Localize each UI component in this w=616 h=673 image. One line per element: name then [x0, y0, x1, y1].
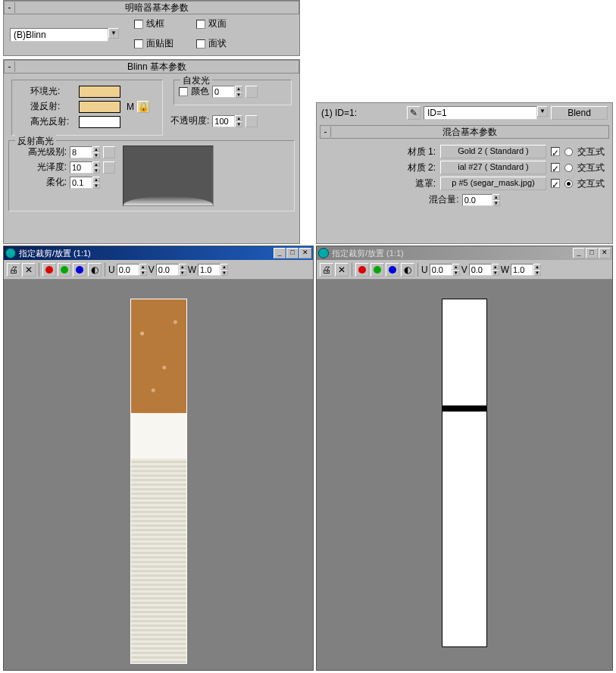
chevron-down-icon[interactable]: ▼	[537, 106, 548, 117]
diffuse-swatch[interactable]	[79, 101, 120, 113]
gloss-spinner[interactable]: ▲▼	[70, 161, 100, 174]
crop-b-canvas[interactable]	[317, 280, 612, 670]
blinn-rollout-header[interactable]: - Blinn 基本参数	[4, 60, 299, 74]
mat2-button[interactable]: ial #27 ( Standard )	[440, 161, 546, 174]
opacity-map-button[interactable]	[245, 115, 258, 127]
cigarette-texture	[130, 299, 187, 664]
collapse-icon[interactable]: -	[321, 127, 331, 137]
maximize-icon[interactable]: □	[586, 248, 598, 258]
crop-a-u-input[interactable]	[117, 264, 139, 276]
crop-b-titlebar[interactable]: 指定裁剪/放置 (1:1) _ □ ✕	[317, 246, 612, 260]
blinn-rollout-title: Blinn 基本参数	[15, 61, 299, 74]
crop-a-v-label: V	[149, 265, 155, 275]
crop-b-v-label: V	[461, 265, 467, 275]
delete-icon[interactable]: ✕	[335, 263, 349, 277]
contrast-icon[interactable]: ◐	[401, 263, 414, 277]
close-icon[interactable]: ✕	[299, 248, 311, 258]
lock-icon[interactable]: 🔒	[137, 101, 149, 113]
crop-b-u-label: U	[421, 265, 428, 275]
selfillum-spinner[interactable]: ▲▼	[212, 86, 242, 98]
crop-a-w-input[interactable]	[198, 264, 220, 276]
mask-button[interactable]: p #5 (segar_mask.jpg)	[440, 177, 546, 190]
shader-type-value: (B)Blinn	[14, 30, 46, 40]
mat1-label: 材质 1:	[408, 146, 436, 158]
mask-enable-checkbox[interactable]: ✓	[551, 179, 560, 188]
shader-rollout-header[interactable]: - 明暗器基本参数	[4, 1, 299, 14]
twosided-checkbox[interactable]	[196, 20, 205, 29]
speclevel-input[interactable]	[70, 146, 92, 158]
crop-a-w-label: W	[188, 265, 196, 275]
chevron-down-icon[interactable]: ▼	[108, 28, 119, 39]
app-icon	[318, 248, 329, 258]
crop-a-u-label: U	[108, 265, 115, 275]
ambient-swatch[interactable]	[79, 86, 120, 98]
shader-type-dropdown[interactable]: (B)Blinn	[10, 28, 108, 42]
facemap-checkbox[interactable]	[134, 39, 143, 49]
selfillum-map-button[interactable]	[245, 86, 258, 98]
selfillum-input[interactable]	[212, 86, 235, 98]
soften-label: 柔化:	[14, 176, 67, 189]
maximize-icon[interactable]: □	[286, 248, 299, 258]
close-icon[interactable]: ✕	[599, 248, 611, 258]
crop-b-v-input[interactable]	[469, 264, 492, 276]
wireframe-checkbox[interactable]	[134, 20, 143, 29]
blue-channel-button[interactable]	[73, 263, 86, 277]
opacity-spinner[interactable]: ▲▼	[212, 115, 242, 127]
red-channel-button[interactable]	[355, 263, 369, 277]
shader-rollout-title: 明暗器基本参数	[15, 2, 299, 14]
twosided-label: 双面	[208, 17, 227, 30]
green-channel-button[interactable]	[371, 263, 384, 277]
faceted-checkbox[interactable]	[196, 39, 205, 49]
delete-icon[interactable]: ✕	[22, 263, 36, 277]
m-label: M	[127, 102, 134, 112]
print-icon[interactable]: 🖨	[7, 263, 20, 277]
mat2-interactive-radio[interactable]	[564, 164, 573, 172]
mat1-enable-checkbox[interactable]: ✓	[551, 147, 560, 156]
red-channel-button[interactable]	[42, 263, 56, 277]
gloss-label: 光泽度:	[14, 161, 67, 174]
selfillum-color-checkbox[interactable]	[179, 87, 188, 96]
mask-label: 遮罩:	[415, 177, 436, 190]
crop-b-w-input[interactable]	[511, 264, 533, 276]
contrast-icon[interactable]: ◐	[88, 263, 102, 277]
soften-spinner[interactable]: ▲▼	[70, 177, 100, 189]
minimize-icon[interactable]: _	[274, 248, 286, 258]
specular-preview	[123, 146, 214, 206]
speclevel-map-button[interactable]	[103, 146, 115, 158]
soften-input[interactable]	[70, 177, 92, 189]
collapse-icon[interactable]: -	[5, 61, 15, 72]
collapse-icon[interactable]: -	[5, 2, 15, 13]
mat2-enable-checkbox[interactable]: ✓	[551, 163, 560, 172]
mat2-interactive-label: 交互式	[577, 161, 605, 174]
blue-channel-button[interactable]	[386, 263, 399, 277]
mat1-button[interactable]: Gold 2 ( Standard )	[440, 145, 546, 158]
minimize-icon[interactable]: _	[573, 248, 585, 258]
spechl-title: 反射高光	[15, 135, 56, 148]
speclevel-spinner[interactable]: ▲▼	[70, 146, 100, 158]
crop-b-title: 指定裁剪/放置 (1:1)	[332, 248, 573, 259]
gloss-map-button[interactable]	[103, 161, 115, 174]
crop-a-titlebar[interactable]: 指定裁剪/放置 (1:1) _ □ ✕	[4, 246, 313, 260]
mixamt-spinner[interactable]: ▲▼	[462, 194, 500, 206]
print-icon[interactable]: 🖨	[320, 263, 333, 277]
mat1-interactive-radio[interactable]	[564, 148, 573, 156]
specular-swatch[interactable]	[79, 116, 120, 128]
green-channel-button[interactable]	[58, 263, 71, 277]
crop-a-canvas[interactable]	[4, 280, 313, 670]
mask-interactive-radio[interactable]	[564, 180, 573, 188]
matid-dropdown[interactable]: ID=1	[424, 106, 537, 120]
ambient-label: 环境光:	[30, 85, 76, 98]
blend-button[interactable]: Blend	[551, 106, 608, 120]
crop-b-w-label: W	[501, 265, 509, 275]
opacity-label: 不透明度:	[170, 114, 209, 127]
eyedropper-icon[interactable]	[407, 106, 421, 120]
mix-rollout-header[interactable]: - 混合基本参数	[320, 125, 609, 139]
mixamt-input[interactable]	[462, 194, 492, 206]
crop-a-v-input[interactable]	[156, 264, 179, 276]
mask-interactive-label: 交互式	[577, 177, 605, 190]
mix-rollout-title: 混合基本参数	[331, 126, 608, 139]
gloss-input[interactable]	[70, 161, 92, 174]
opacity-input[interactable]	[212, 115, 235, 127]
specular-label: 高光反射:	[30, 115, 76, 128]
crop-b-u-input[interactable]	[430, 264, 452, 276]
